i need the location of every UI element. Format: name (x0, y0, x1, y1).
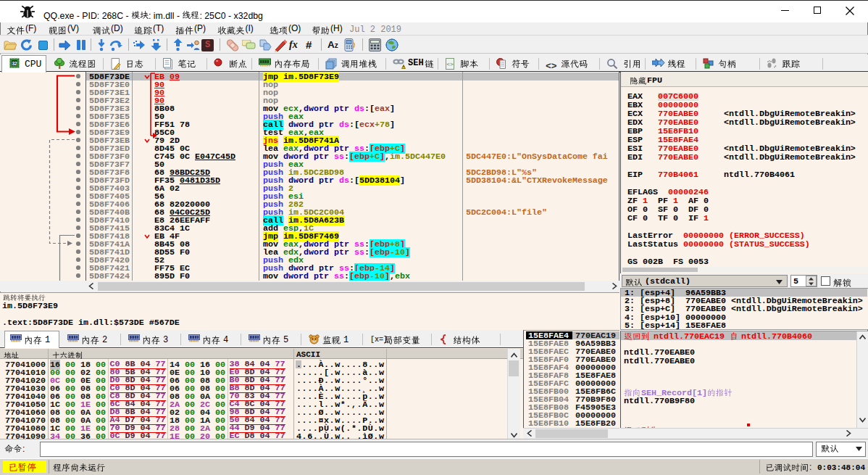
svg-text:32: 32 (12, 61, 17, 66)
svg-text:<>: <> (446, 61, 454, 67)
